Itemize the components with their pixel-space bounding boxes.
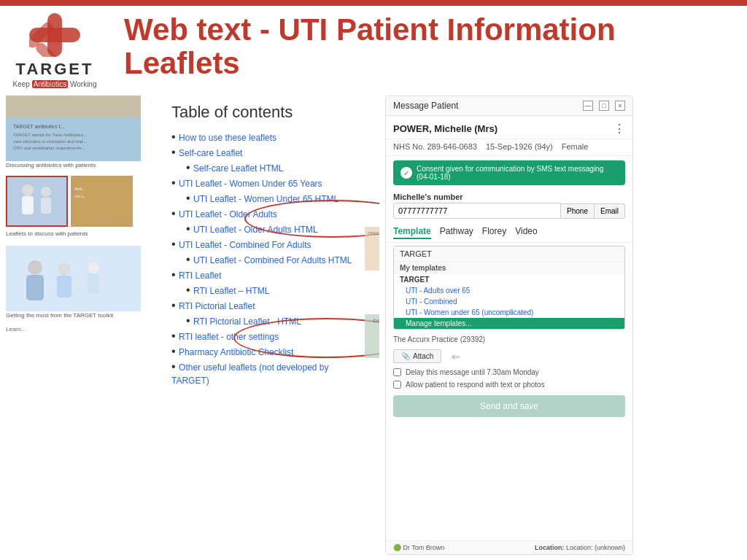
toc-link-13[interactable]: RTI leaflet - other settings xyxy=(179,332,279,342)
toc-link-2[interactable]: Self-care Leaflet HTML xyxy=(193,163,283,174)
arrow-right-icon: ⇐ xyxy=(452,351,460,362)
toc-item-5: UTI Leaflet - Older Adults xyxy=(171,207,368,220)
slide-4-image xyxy=(6,246,141,311)
slide-2-image xyxy=(6,176,68,227)
toc-link-9[interactable]: RTI Leaflet xyxy=(179,271,221,281)
toc-item-15: Other useful leaflets (not developed by … xyxy=(171,360,368,386)
svg-text:and p...: and p... xyxy=(74,194,87,198)
toc-link-1[interactable]: Self-care Leaflet xyxy=(179,148,242,158)
toc-item-14: Pharmacy Antibiotic Checklist xyxy=(171,345,368,358)
delay-checkbox[interactable] xyxy=(393,368,401,376)
slide-4-caption: Getting the most from the TARGET toolkit xyxy=(6,311,141,322)
toc-link-12[interactable]: RTI Pictorial Leaflet - HTML xyxy=(193,316,301,327)
logo-tagline: Keep Antibiotics Working xyxy=(13,80,97,88)
tab-florey[interactable]: Florey xyxy=(482,226,506,239)
email-button[interactable]: Email xyxy=(595,203,625,219)
slide-1-image: TARGET antibiotics t... TARGET stands fo… xyxy=(6,96,141,161)
toc-link-7[interactable]: UTI Leaflet - Combined For Adults xyxy=(179,240,311,250)
slide-2-caption: Leaflets to discuss with patients xyxy=(6,230,141,240)
template-uti-combined[interactable]: UTI - Combined xyxy=(394,296,624,307)
left-panel: TARGET antibiotics t... TARGET stands fo… xyxy=(0,96,160,555)
toc-item-4: UTI Leaflet - Women Under 65 HTML xyxy=(171,192,368,205)
toc-link-0[interactable]: How to use these leaflets xyxy=(179,133,276,143)
paperclip-icon: 📎 xyxy=(401,352,410,360)
slide-members-image: ...ibers xyxy=(365,314,379,358)
toc-item-6: UTI Leaflet - Older Adults HTML xyxy=(171,222,368,236)
toc-link-3[interactable]: UTI Leaflet - Women Under 65 Years xyxy=(179,179,322,189)
template-manage[interactable]: Manage templates... xyxy=(394,318,624,329)
respond-checkbox-row: Allow patient to respond with text or ph… xyxy=(386,378,632,391)
patient-dob: 15-Sep-1926 (94y) xyxy=(486,142,553,151)
patient-info: NHS No. 289-646-0683 15-Sep-1926 (94y) F… xyxy=(386,139,632,156)
svg-point-11 xyxy=(22,184,34,196)
logo-area: TARGET Keep Antibiotics Working xyxy=(7,13,102,88)
practice-label: The Accurx Practice (29392) xyxy=(386,332,632,346)
phone-button[interactable]: Phone xyxy=(561,203,595,219)
toc-link-8[interactable]: UTI Leaflet - Combined For Adults HTML xyxy=(193,255,352,265)
respond-checkbox[interactable] xyxy=(393,381,401,389)
svg-rect-24 xyxy=(88,273,99,294)
target-group-label: TARGET xyxy=(394,274,624,285)
toc-link-14[interactable]: Pharmacy Antibiotic Checklist xyxy=(179,347,293,357)
main-content: TARGET antibiotics t... TARGET stands fo… xyxy=(0,96,747,555)
slide-1-caption: Discussing antibiotics with patients xyxy=(6,161,141,171)
toc-item-2: Self-care Leaflet HTML xyxy=(171,161,368,174)
attach-row: 📎 Attach ⇐ xyxy=(386,346,632,366)
send-button[interactable]: Send and save xyxy=(393,395,625,417)
header: TARGET Keep Antibiotics Working Web text… xyxy=(0,6,747,96)
svg-text:TARGET antibiotics t...: TARGET antibiotics t... xyxy=(13,124,65,129)
toc-link-10[interactable]: RTI Leaflet – HTML xyxy=(193,286,269,296)
toc-item-10: RTI Leaflet – HTML xyxy=(171,284,368,297)
toc-item-1: Self-care Leaflet xyxy=(171,146,368,159)
tab-video[interactable]: Video xyxy=(515,226,537,239)
top-bar xyxy=(0,0,747,6)
more-options-icon[interactable]: ⋮ xyxy=(614,122,625,136)
slide-2-svg xyxy=(6,176,68,227)
slide-1-block: TARGET antibiotics t... TARGET stands fo… xyxy=(6,96,155,171)
svg-rect-22 xyxy=(57,276,71,298)
svg-text:TARGET stands for Treat Antibi: TARGET stands for Treat Antibiotics... xyxy=(13,133,87,137)
attach-button[interactable]: 📎 Attach xyxy=(393,349,441,363)
slide-4-svg xyxy=(6,246,141,311)
toc-item-9: RTI Leaflet xyxy=(171,268,368,281)
toc-link-4[interactable]: UTI Leaflet - Women Under 65 HTML xyxy=(193,194,338,204)
toc-item-13: RTI leaflet - other settings xyxy=(171,330,368,343)
toc-item-12: RTI Pictorial Leaflet - HTML xyxy=(171,314,368,327)
footer-bar: 🟢 Dr Tom Brown Location: Location: (unkn… xyxy=(386,540,632,554)
svg-rect-10 xyxy=(6,176,68,227)
slide-3-image: Anti... and p... xyxy=(71,176,133,227)
svg-point-13 xyxy=(41,187,51,197)
message-panel: Message Patient — □ × POWER, Michelle (M… xyxy=(385,96,633,555)
template-header[interactable]: TARGET xyxy=(394,246,624,262)
tab-pathway[interactable]: Pathway xyxy=(440,226,473,239)
phone-input[interactable] xyxy=(393,203,561,219)
slide-4-block: Getting the most from the TARGET toolkit xyxy=(6,246,155,322)
attach-label: Attach xyxy=(413,352,433,360)
toc-item-11: RTI Pictorial Leaflet xyxy=(171,299,368,312)
template-uti-women-under-65[interactable]: UTI - Women under 65 (uncomplicated) xyxy=(394,307,624,318)
svg-rect-18 xyxy=(6,246,141,311)
maximize-button[interactable]: □ xyxy=(599,101,609,111)
slide-3-svg: Anti... and p... xyxy=(71,176,133,227)
toc-link-5[interactable]: UTI Leaflet - Older Adults xyxy=(179,209,277,219)
svg-point-21 xyxy=(58,262,71,276)
toc-link-15[interactable]: Other useful leaflets (not developed by … xyxy=(171,362,329,386)
toc-link-6[interactable]: UTI Leaflet - Older Adults HTML xyxy=(193,225,318,235)
patient-gender: Female xyxy=(562,142,589,151)
svg-text:CPD and revalidation requireme: CPD and revalidation requirements... xyxy=(13,146,85,150)
toc-link-11[interactable]: RTI Pictorial Leaflet xyxy=(179,301,255,311)
consent-check-icon: ✓ xyxy=(400,167,412,179)
phone-row: Phone Email xyxy=(393,203,625,219)
template-uti-adults-65[interactable]: UTI - Adults over 65 xyxy=(394,285,624,296)
message-title: Message Patient xyxy=(393,101,458,111)
learn-label: Learn... xyxy=(6,326,71,332)
footer-dr: 🟢 Dr Tom Brown xyxy=(393,544,444,551)
minimize-button[interactable]: — xyxy=(583,101,593,111)
logo-text: TARGET xyxy=(16,60,94,79)
consent-banner: ✓ Consent given for communication by SMS… xyxy=(393,160,625,185)
tab-template[interactable]: Template xyxy=(393,226,431,239)
svg-rect-20 xyxy=(26,275,44,300)
close-button[interactable]: × xyxy=(615,101,625,111)
delay-label: Delay this message until 7.30am Monday xyxy=(406,368,539,376)
svg-text:care clinicians to champion an: care clinicians to champion and impl... xyxy=(13,139,88,144)
